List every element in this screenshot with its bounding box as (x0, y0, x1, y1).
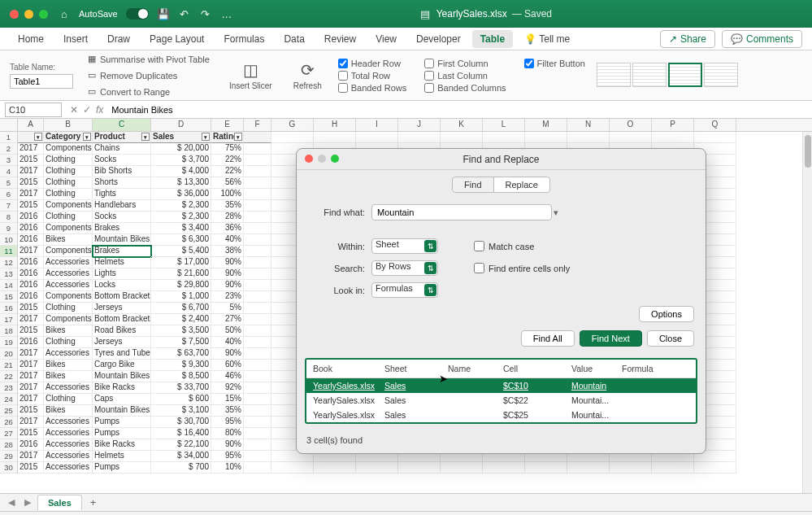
cell[interactable]: Brakes (93, 223, 151, 234)
cell[interactable]: Jerseys (93, 303, 151, 314)
cell[interactable]: Jerseys (93, 337, 151, 348)
cell[interactable]: 27% (211, 314, 244, 325)
filter-btn-checkbox[interactable]: Filter Button (524, 59, 585, 68)
cell[interactable]: Bikes (44, 371, 93, 382)
cell[interactable]: Helmets (93, 451, 151, 462)
cell[interactable]: 2016 (18, 337, 44, 348)
table-styles[interactable] (597, 63, 740, 89)
dialog-titlebar[interactable]: Find and Replace (297, 149, 706, 170)
cell[interactable]: Bib Shorts (93, 166, 151, 177)
cell[interactable]: 2016 (18, 268, 44, 280)
cell[interactable]: Clothing (44, 155, 93, 166)
cell[interactable]: 2016 (18, 257, 44, 268)
cell[interactable]: 2015 (18, 200, 44, 212)
cell[interactable]: Pumps (93, 462, 151, 474)
cell[interactable]: $ 3,100 (151, 405, 211, 417)
cell[interactable]: 2016 (18, 291, 44, 303)
cell[interactable]: $ 2,300 (151, 212, 211, 223)
cell[interactable]: 90% (211, 348, 244, 360)
total-row-checkbox[interactable]: Total Row (338, 71, 407, 81)
cell[interactable]: Handlebars (93, 200, 151, 212)
col-header-Q[interactable]: Q (694, 119, 736, 131)
remove-dupes-button[interactable]: ▭ Remove Duplicates (85, 68, 213, 82)
cell[interactable]: 2017 (18, 246, 44, 257)
table-header[interactable]: Rating▾ (211, 132, 244, 143)
cell[interactable]: $ 7,500 (151, 337, 211, 348)
cell[interactable]: 10% (211, 462, 244, 474)
cell[interactable]: Bikes (44, 405, 93, 417)
cell[interactable]: Components (44, 246, 93, 257)
cell[interactable]: $ 30,700 (151, 417, 211, 428)
cell[interactable]: 2016 (18, 439, 44, 451)
col-header-J[interactable]: J (398, 119, 441, 131)
cell[interactable]: 92% (211, 382, 244, 394)
cell[interactable]: 2017 (18, 166, 44, 177)
lookin-select[interactable]: Formulas⇅ (371, 282, 438, 298)
cell[interactable]: Accessories (44, 451, 93, 462)
tab-data[interactable]: Data (276, 30, 312, 48)
col-header-C[interactable]: C (93, 119, 151, 131)
dialog-tab-replace[interactable]: Replace (493, 177, 550, 193)
cell[interactable]: $ 6,300 (151, 234, 211, 246)
cell[interactable]: 22% (211, 155, 244, 166)
cell[interactable]: 2015 (18, 303, 44, 314)
cell[interactable]: 2017 (18, 417, 44, 428)
cell[interactable]: Tights (93, 189, 151, 200)
tab-table[interactable]: Table (472, 30, 513, 48)
cell[interactable]: Accessories (44, 268, 93, 280)
col-header-P[interactable]: P (652, 119, 694, 131)
cell[interactable]: 2017 (18, 382, 44, 394)
tab-view[interactable]: View (367, 30, 405, 48)
tab-tellme[interactable]: 💡 Tell me (516, 30, 578, 48)
cell[interactable]: 2017 (18, 394, 44, 405)
cell[interactable]: $ 36,000 (151, 189, 211, 200)
find-what-input[interactable] (371, 204, 552, 220)
name-box[interactable]: C10 (5, 103, 62, 117)
cell[interactable]: $ 33,700 (151, 382, 211, 394)
cell[interactable]: 90% (211, 439, 244, 451)
cancel-formula-icon[interactable]: ✕ (70, 104, 78, 116)
comments-button[interactable]: 💬 Comments (722, 30, 802, 48)
col-header-D[interactable]: D (151, 119, 211, 131)
col-header-O[interactable]: O (610, 119, 652, 131)
dialog-tab-find[interactable]: Find (452, 177, 493, 193)
first-col-checkbox[interactable]: First Column (424, 59, 506, 68)
cell[interactable]: 50% (211, 325, 244, 337)
cell[interactable]: Accessories (44, 348, 93, 360)
cell[interactable]: Accessories (44, 257, 93, 268)
col-header-K[interactable]: K (441, 119, 483, 131)
add-sheet-button[interactable]: + (85, 495, 102, 510)
fx-icon[interactable]: fx (96, 104, 103, 116)
cell[interactable]: $ 2,400 (151, 314, 211, 325)
cell[interactable]: Mountain Bikes (93, 405, 151, 417)
cell[interactable]: 2017 (18, 371, 44, 382)
cell[interactable]: 2015 (18, 177, 44, 189)
cell[interactable]: Bike Racks (93, 382, 151, 394)
cell[interactable]: Clothing (44, 303, 93, 314)
cell[interactable]: 2016 (18, 280, 44, 291)
cell[interactable]: Locks (93, 280, 151, 291)
cell[interactable]: $ 16,400 (151, 428, 211, 439)
insert-slicer-button[interactable]: ◫Insert Slicer (224, 60, 277, 90)
header-row-checkbox[interactable]: Header Row (338, 59, 407, 68)
cell[interactable]: 15% (211, 394, 244, 405)
autosave-toggle[interactable] (126, 8, 149, 20)
tab-home[interactable]: Home (10, 30, 52, 48)
col-header-E[interactable]: E (211, 119, 244, 131)
cell[interactable]: 2017 (18, 314, 44, 325)
col-header-H[interactable]: H (314, 119, 356, 131)
tab-draw[interactable]: Draw (99, 30, 138, 48)
tab-formulas[interactable]: Formulas (215, 30, 272, 48)
col-header-G[interactable]: G (271, 119, 314, 131)
match-case-checkbox[interactable]: Match case (474, 241, 534, 251)
cell[interactable]: Tyres and Tubes (93, 348, 151, 360)
cell[interactable]: 2015 (18, 462, 44, 474)
cell[interactable]: $ 29,800 (151, 280, 211, 291)
undo-icon[interactable]: ↶ (178, 7, 191, 20)
cell[interactable]: Mountain Bikes (93, 371, 151, 382)
cell[interactable]: $ 22,100 (151, 439, 211, 451)
cell[interactable]: 2016 (18, 234, 44, 246)
cell[interactable]: Components (44, 291, 93, 303)
cell[interactable]: 90% (211, 280, 244, 291)
table-header[interactable]: Category▾ (44, 132, 93, 143)
